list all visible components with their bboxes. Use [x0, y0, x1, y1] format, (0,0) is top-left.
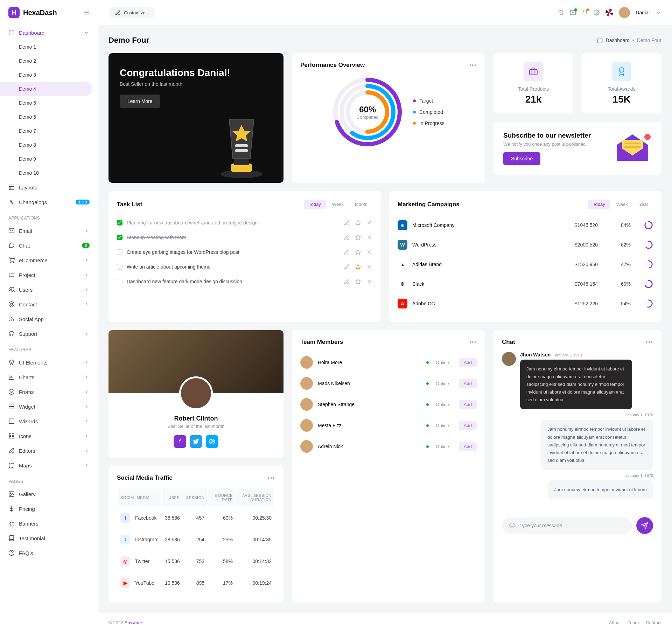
- breadcrumb-root[interactable]: Dashboard: [606, 37, 630, 43]
- tab[interactable]: Week: [611, 200, 633, 209]
- version-badge: 1.0.0: [76, 200, 90, 204]
- user-avatar[interactable]: [619, 7, 630, 18]
- dribbble-icon[interactable]: [206, 435, 218, 448]
- checkbox[interactable]: ✓: [117, 220, 122, 225]
- star-icon[interactable]: [355, 249, 361, 255]
- nav-changelogs[interactable]: Changelogs 1.0.0: [0, 195, 98, 209]
- nav-maps[interactable]: Maps: [0, 458, 98, 473]
- nav-users[interactable]: Users: [0, 282, 98, 297]
- sidebar-item-demo[interactable]: Demo 2: [0, 54, 98, 68]
- sidebar-item-demo[interactable]: Demo 5: [0, 96, 98, 110]
- add-button[interactable]: Add: [459, 379, 477, 388]
- sidebar-item-demo[interactable]: Demo 6: [0, 110, 98, 124]
- more-icon[interactable]: •••: [646, 339, 653, 345]
- nav-support[interactable]: Support: [0, 326, 98, 341]
- more-icon[interactable]: •••: [469, 339, 477, 345]
- edit-icon[interactable]: [344, 264, 350, 270]
- bell-icon[interactable]: [582, 9, 588, 16]
- star-icon[interactable]: [355, 220, 361, 226]
- nav-editors[interactable]: Editors: [0, 443, 98, 458]
- nav-wizards[interactable]: Wizards: [0, 414, 98, 429]
- tab[interactable]: Today: [304, 200, 326, 209]
- sidebar-item-demo[interactable]: Demo 4: [0, 82, 92, 96]
- nav-ecommerce[interactable]: eCommerce: [0, 253, 98, 268]
- checkbox[interactable]: ✓: [117, 235, 122, 240]
- nav-faqs[interactable]: FAQ's: [0, 546, 98, 560]
- emoji-icon[interactable]: [509, 522, 515, 529]
- nav-banners[interactable]: Banners: [0, 516, 98, 531]
- chat-message: Jam nonumy eirmod tempor invidunt ut lab…: [548, 480, 653, 499]
- nav-contact[interactable]: Contact: [0, 297, 98, 312]
- menu-toggle-icon[interactable]: [83, 9, 90, 16]
- nav-project[interactable]: Project: [0, 268, 98, 282]
- sidebar-item-demo[interactable]: Demo 3: [0, 68, 98, 82]
- edit-icon[interactable]: [344, 278, 350, 285]
- footer-link[interactable]: About: [609, 620, 621, 625]
- flag-icon[interactable]: [606, 9, 613, 16]
- checkbox[interactable]: [117, 264, 122, 270]
- nav-testimonial[interactable]: Testimonial: [0, 531, 98, 546]
- nav-charts[interactable]: Charts: [0, 370, 98, 384]
- mail-icon: [8, 228, 15, 234]
- send-button[interactable]: [636, 517, 653, 534]
- message-icon[interactable]: [570, 9, 576, 16]
- nav-icons[interactable]: Icons: [0, 429, 98, 443]
- subscribe-button[interactable]: Subscribe: [503, 152, 540, 165]
- twitter-icon[interactable]: [190, 435, 202, 448]
- add-button[interactable]: Add: [459, 421, 477, 430]
- chat-input[interactable]: [519, 523, 625, 528]
- close-icon[interactable]: [366, 220, 372, 226]
- learn-more-button[interactable]: Learn More: [120, 95, 160, 108]
- nav-email[interactable]: Email: [0, 223, 98, 238]
- nav-chat[interactable]: Chat3: [0, 238, 98, 253]
- status-text: Online: [436, 360, 449, 365]
- nav-layouts[interactable]: Layouts: [0, 180, 98, 195]
- tab[interactable]: Year: [634, 200, 653, 209]
- chevron-right-icon: [83, 447, 90, 454]
- edit-icon[interactable]: [344, 220, 350, 226]
- edit-icon[interactable]: [344, 249, 350, 255]
- footer-link[interactable]: Contact: [646, 620, 662, 625]
- nav-pricing[interactable]: Pricing: [0, 501, 98, 516]
- footer-link[interactable]: Team: [628, 620, 639, 625]
- nav-ui[interactable]: UI Elements: [0, 355, 98, 370]
- add-button[interactable]: Add: [459, 400, 477, 409]
- star-icon[interactable]: [355, 278, 361, 285]
- customize-button[interactable]: Customize...: [108, 7, 155, 18]
- member-name: Hoira More: [318, 360, 421, 365]
- add-button[interactable]: Add: [459, 358, 477, 367]
- close-icon[interactable]: [366, 264, 372, 270]
- chevron-down-icon[interactable]: [655, 9, 662, 16]
- checkbox[interactable]: [117, 249, 122, 255]
- progress-ring: [644, 279, 653, 289]
- facebook-icon[interactable]: f: [174, 435, 186, 448]
- sidebar-item-demo[interactable]: Demo 7: [0, 124, 98, 138]
- nav-dashboard[interactable]: Dashboard: [0, 25, 98, 40]
- close-icon[interactable]: [366, 234, 372, 241]
- sidebar-item-demo[interactable]: Demo 9: [0, 152, 98, 166]
- sidebar-item-demo[interactable]: Demo 10: [0, 166, 98, 180]
- checkbox[interactable]: [117, 279, 122, 284]
- star-icon[interactable]: [355, 234, 361, 241]
- more-icon[interactable]: •••: [268, 475, 275, 481]
- close-icon[interactable]: [366, 249, 372, 255]
- close-icon[interactable]: [366, 278, 372, 285]
- settings-icon[interactable]: [594, 9, 600, 16]
- edit-icon[interactable]: [344, 234, 350, 241]
- add-button[interactable]: Add: [459, 442, 477, 451]
- sidebar-item-demo[interactable]: Demo 8: [0, 138, 98, 152]
- sidebar-item-demo[interactable]: Demo 1: [0, 40, 98, 54]
- user-name[interactable]: Danial: [636, 10, 650, 15]
- nav-social[interactable]: Social App: [0, 312, 98, 326]
- tab[interactable]: Today: [588, 200, 610, 209]
- svg-rect-15: [9, 419, 14, 424]
- more-icon[interactable]: •••: [469, 62, 477, 68]
- nav-gallery[interactable]: Gallery: [0, 487, 98, 501]
- tab[interactable]: Month: [350, 200, 372, 209]
- nav-forms[interactable]: Froms: [0, 384, 98, 399]
- image-icon: [8, 491, 15, 497]
- search-icon[interactable]: [558, 9, 564, 16]
- star-icon[interactable]: [355, 264, 361, 270]
- nav-widget[interactable]: Widget: [0, 399, 98, 414]
- tab[interactable]: Week: [327, 200, 349, 209]
